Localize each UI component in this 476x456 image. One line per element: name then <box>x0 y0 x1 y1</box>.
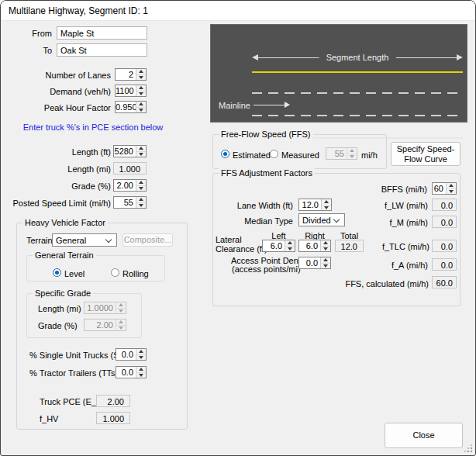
length-ft-value: 5280 <box>114 146 136 157</box>
access-density-value: 0.0 <box>299 257 320 268</box>
posted-speed-value: 55 <box>114 197 136 208</box>
sg-grade-spinner: 2.00 <box>84 319 126 331</box>
flw-field: 0.0 <box>432 199 457 211</box>
resize-grip-icon[interactable] <box>465 445 473 453</box>
median-type-value: Divided <box>302 216 331 225</box>
measured-radio-label: Measured <box>281 150 319 160</box>
spinner-up-down-icon[interactable] <box>320 257 330 268</box>
truck-pce-field: 2.00 <box>96 395 130 407</box>
rolling-radio[interactable] <box>111 268 119 277</box>
segment-length-arrow: Segment Length <box>252 53 463 63</box>
lane-line <box>252 115 463 116</box>
sut-value: 0.0 <box>116 349 136 360</box>
lanes-spinner[interactable]: 2 <box>115 68 147 81</box>
lanes-label: Number of Lanes <box>5 71 111 80</box>
tt-label: % Tractor Trailers (TTs) <box>29 368 118 378</box>
specify-speed-flow-button[interactable]: Specify Speed-Flow Curve <box>391 142 460 166</box>
spinner-up-down-icon[interactable] <box>136 349 146 360</box>
access-density-label-line2: (access points/mi) <box>232 264 301 274</box>
terrain-value: General <box>56 236 86 245</box>
close-button[interactable]: Close <box>385 423 463 448</box>
chevron-down-icon <box>106 237 112 243</box>
ftlc-label: f_TLC (mi/h) <box>335 242 429 251</box>
spinner-up-down-icon[interactable] <box>136 85 146 96</box>
terrain-label: Terrain <box>26 236 53 245</box>
spinner-up-down-icon[interactable] <box>446 183 456 194</box>
spinner-up-down-icon[interactable] <box>136 146 146 157</box>
specific-grade-group: Specific Grade <box>26 293 142 338</box>
sg-length-spinner: 1.0000 <box>84 302 126 314</box>
spinner-up-down-icon <box>347 148 357 159</box>
title-bar: Multilane Highway, Segment ID: 1 <box>1 1 475 21</box>
from-field[interactable] <box>57 26 147 40</box>
sut-spinner[interactable]: 0.0 <box>116 348 147 361</box>
spinner-up-down-icon[interactable] <box>321 199 331 210</box>
spinner-up-down-icon[interactable] <box>136 367 146 378</box>
lane-width-label: Lane Width (ft) <box>218 201 293 210</box>
center-line <box>252 71 463 73</box>
lateral-right-spinner[interactable]: 6.0 <box>298 240 331 252</box>
spinner-up-down-icon[interactable] <box>136 69 146 80</box>
measured-speed-value: 55 <box>326 148 347 159</box>
tt-spinner[interactable]: 0.0 <box>116 366 147 378</box>
spinner-up-down-icon[interactable] <box>285 240 295 251</box>
median-type-label: Median Type <box>218 216 293 226</box>
bffs-label: BFFS (mi/h) <box>334 185 427 194</box>
measured-radio[interactable] <box>270 150 278 158</box>
spinner-up-down-icon[interactable] <box>320 240 330 251</box>
grade-label: Grade (%) <box>5 181 111 191</box>
length-mi-field: 1.000 <box>113 162 147 174</box>
sg-length-value: 1.0000 <box>85 302 116 313</box>
lateral-clearance-label-line2: Clearance (ft) <box>216 244 267 254</box>
to-field[interactable] <box>57 43 147 57</box>
phf-label: Peak Hour Factor <box>5 103 111 112</box>
sg-length-label: Length (mi) <box>38 304 81 313</box>
road-diagram: Segment Length Mainline <box>210 24 467 123</box>
arrow-left-icon <box>252 54 258 60</box>
level-radio[interactable] <box>53 268 61 277</box>
lane-width-value: 12.0 <box>299 199 321 210</box>
phf-spinner[interactable]: 0.950 <box>115 101 147 113</box>
length-ft-spinner[interactable]: 5280 <box>113 145 147 157</box>
window-title: Multilane Highway, Segment ID: 1 <box>9 5 148 16</box>
grade-spinner[interactable]: 2.00 <box>113 179 147 192</box>
spinner-up-down-icon <box>116 302 126 313</box>
terrain-select[interactable]: General <box>52 233 117 247</box>
mainline-arrow-icon <box>254 102 290 109</box>
fa-field: 0.0 <box>432 258 457 271</box>
tt-value: 0.0 <box>116 367 136 378</box>
flw-label: f_LW (mi/h) <box>335 201 428 210</box>
pce-note: Enter truck %'s in PCE section below <box>7 123 179 132</box>
posted-speed-label: Posted Speed Limit (mi/h) <box>5 199 111 208</box>
general-terrain-title: General Terrain <box>33 250 96 261</box>
ffs-calculated-field: 60.0 <box>432 276 457 288</box>
lane-width-spinner[interactable]: 12.0 <box>298 199 332 211</box>
level-radio-label: Level <box>64 269 85 278</box>
lateral-left-value: 6.0 <box>263 240 285 251</box>
spinner-up-down-icon[interactable] <box>136 102 146 112</box>
lateral-left-spinner[interactable]: 6.0 <box>262 240 295 252</box>
segment-length-label: Segment Length <box>319 53 396 63</box>
bffs-value: 60 <box>433 183 446 194</box>
measured-speed-spinner: 55 <box>326 147 357 160</box>
from-label: From <box>21 29 52 38</box>
sg-grade-value: 2.00 <box>85 320 116 330</box>
multilane-highway-dialog: Multilane Highway, Segment ID: 1 From To… <box>0 0 476 456</box>
composite-button[interactable]: Composite... <box>122 233 173 247</box>
truck-pce-label: Truck PCE (E_T) <box>40 397 104 406</box>
fhv-field: 1.000 <box>96 412 130 424</box>
grade-value: 2.00 <box>114 180 136 191</box>
access-density-spinner[interactable]: 0.0 <box>298 257 331 269</box>
ftlc-field: 0.0 <box>432 240 457 252</box>
spinner-up-down-icon[interactable] <box>136 197 146 208</box>
demand-spinner[interactable]: 1100 <box>115 85 147 97</box>
posted-speed-spinner[interactable]: 55 <box>113 196 147 209</box>
ffs-calculated-label: FFS, calculated (mi/h) <box>288 279 429 288</box>
heavy-vehicle-factor-title: Heavy Vehicle Factor <box>22 218 108 228</box>
spinner-up-down-icon[interactable] <box>136 180 146 191</box>
estimated-radio[interactable] <box>221 150 229 158</box>
specific-grade-title: Specific Grade <box>33 288 93 299</box>
ffs-group-title: Free-Flow Speed (FFS) <box>219 130 313 140</box>
lateral-clearance-label-line1: Lateral <box>216 235 242 244</box>
bffs-spinner[interactable]: 60 <box>432 182 457 195</box>
